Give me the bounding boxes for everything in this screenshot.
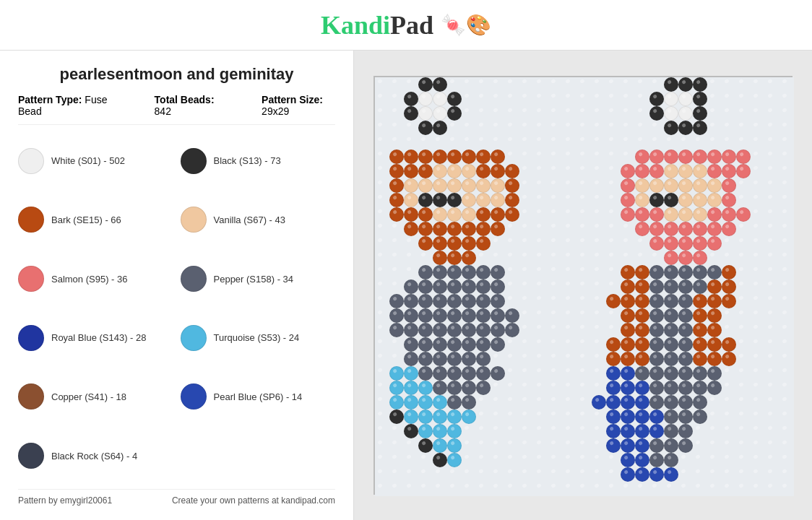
bead-cell [621,207,635,222]
bead-cell [418,410,433,424]
bead-cell [664,366,678,381]
bead-cell [592,251,606,265]
bead-cell [649,482,664,496]
bead-cell [505,178,519,193]
bead-cell [606,482,621,496]
bead-cell [635,323,649,337]
bead-cell [534,150,548,164]
bead-cell [491,251,505,265]
bead-cell [519,323,534,337]
bead-cell [635,294,649,308]
bead-cell [447,135,462,150]
bead-cell [491,308,505,323]
bead-cell [664,482,678,496]
bead-cell [447,164,462,178]
bead-cell [751,236,765,251]
bead-cell [649,467,664,482]
main-content: pearlesentmoon and geminitay Pattern Typ… [0,51,812,520]
bead-cell [722,251,736,265]
bead-cell [563,294,577,308]
bead-cell [491,164,505,178]
bead-cell [462,424,476,438]
bead-cell [577,251,592,265]
bead-cell [519,337,534,352]
bead-cell [577,150,592,164]
bead-cell [678,410,693,424]
bead-cell [765,424,779,438]
bead-cell [621,337,635,352]
bead-cell [476,207,491,222]
bead-cell [621,164,635,178]
bead-cell [534,308,548,323]
bead-cell [707,482,722,496]
bead-cell [621,77,635,92]
bead-cell [389,106,404,121]
bead-cell [563,178,577,193]
bead-cell [765,178,779,193]
color-swatch [18,384,44,410]
bead-cell [389,178,404,193]
bead-cell [606,106,621,121]
bead-cell [476,135,491,150]
bead-cell [751,178,765,193]
bead-cell [519,280,534,294]
bead-cell [722,410,736,424]
bead-cell [491,294,505,308]
bead-cell [447,280,462,294]
bead-cell [664,222,678,236]
bead-cell [649,280,664,294]
bead-cell [476,150,491,164]
bead-cell [534,482,548,496]
bead-cell [491,453,505,467]
bead-cell [418,438,433,453]
bead-cell [491,77,505,92]
bead-cell [649,395,664,410]
bead-cell [635,265,649,280]
bead-cell [765,106,779,121]
bead-cell [693,193,707,207]
color-swatch [181,148,207,174]
bead-cell [678,438,693,453]
color-swatch [18,207,44,233]
bead-cell [433,294,447,308]
bead-cell [693,366,707,381]
bead-cell [491,410,505,424]
bead-cell [707,150,722,164]
bead-cell [534,265,548,280]
bead-cell [505,150,519,164]
bead-cell [751,106,765,121]
bead-cell [751,294,765,308]
bead-cell [693,207,707,222]
bead-cell [621,222,635,236]
bead-cell [491,280,505,294]
bead-cell [476,222,491,236]
bead-cell [476,92,491,106]
bead-cell [606,77,621,92]
bead-cell [751,366,765,381]
bead-cell [664,323,678,337]
bead-cell [447,222,462,236]
bead-cell [621,135,635,150]
bead-cell [563,280,577,294]
bead-cell [606,265,621,280]
bead-cell [447,438,462,453]
bead-cell [548,92,563,106]
color-label: Turquoise (S53) - 24 [214,332,300,343]
bead-cell [693,251,707,265]
bead-cell [462,280,476,294]
bead-cell [433,438,447,453]
bead-cell [649,222,664,236]
bead-cell [779,424,794,438]
bead-cell [447,424,462,438]
bead-cell [404,265,418,280]
bead-cell [447,251,462,265]
bead-cell [693,121,707,135]
bead-cell [534,121,548,135]
bead-cell [577,453,592,467]
bead-cell [779,294,794,308]
logo-kandi: Kandi [321,11,390,40]
bead-cell [635,381,649,395]
bead-cell [476,366,491,381]
bead-cell [606,150,621,164]
bead-cell [635,251,649,265]
